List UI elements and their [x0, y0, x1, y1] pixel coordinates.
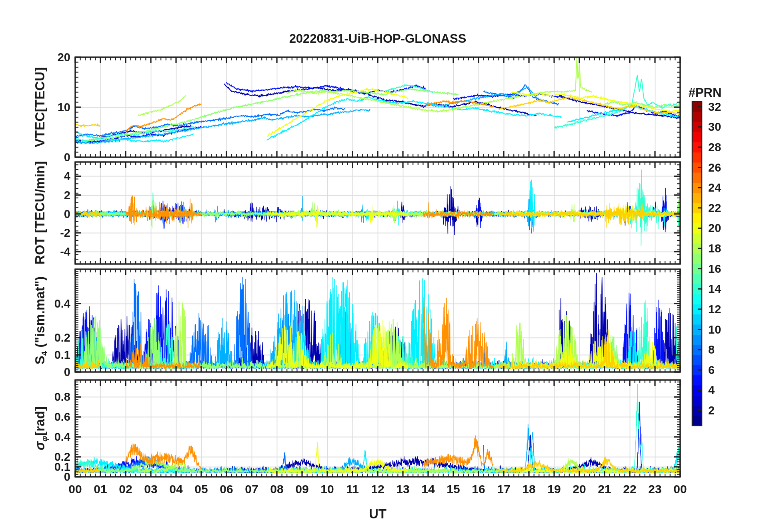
y-tick-label-sigma_phi: 0.6: [54, 410, 70, 424]
colorbar-tick-label: 16: [708, 262, 721, 275]
chart-title: 20220831-UiB-HOP-GLONASS: [289, 32, 467, 46]
y-axis-label-vtec: VTEC[TECU]: [32, 67, 49, 147]
y-axis-label-s4-sub: 4: [40, 351, 49, 356]
y-axis-label-rot-text: ROT [TECU/min]: [32, 161, 47, 264]
colorbar-tick-label: 28: [708, 140, 721, 154]
colorbar-tick-label: 4: [708, 384, 715, 397]
colorbar-tick-label: 6: [708, 363, 715, 376]
x-tick-label: 00: [673, 482, 687, 496]
colorbar-tick-label: 24: [708, 181, 721, 194]
y-tick-label-vtec: 10: [58, 101, 70, 114]
y-axis-label-sigma-text: σ: [32, 442, 47, 450]
y-axis-label-s4-text: S: [32, 356, 47, 364]
x-tick-label: 13: [396, 482, 409, 496]
x-tick-label: 01: [94, 482, 107, 496]
figure: 20220831-UiB-HOP-GLONASS VTEC[TECU] ROT …: [0, 0, 761, 532]
y-axis-label-s4: S4 ("ism.mat"): [32, 276, 49, 365]
y-axis-label-s4-post: ("ism.mat"): [32, 276, 47, 351]
x-tick-label: 06: [220, 482, 233, 496]
colorbar-tick-label: 32: [708, 100, 721, 113]
y-tick-label-sigma_phi: 0.8: [54, 390, 70, 404]
x-tick-label: 22: [623, 482, 636, 496]
y-axis-label-sigmaphi-post: [rad]: [32, 406, 47, 436]
x-tick-label: 04: [169, 482, 182, 496]
x-tick-label: 20: [573, 482, 586, 496]
x-tick-label: 03: [144, 482, 157, 496]
x-tick-label: 05: [194, 482, 208, 496]
x-tick-label: 18: [522, 482, 535, 496]
x-tick-label: 21: [598, 482, 611, 496]
x-tick-label: 11: [346, 482, 359, 496]
y-axis-label-phi-sub: φ: [40, 436, 49, 442]
x-tick-label: 16: [472, 482, 485, 496]
x-tick-label: 19: [547, 482, 561, 496]
y-axis-label-vtec-text: VTEC[TECU]: [32, 67, 47, 147]
y-tick-label-rot: -2: [60, 226, 70, 240]
colorbar-tick-label: 22: [708, 201, 721, 214]
colorbar-tick-label: 12: [708, 302, 721, 316]
y-tick-label-rot: -4: [60, 245, 70, 258]
y-tick-label-rot: 2: [64, 188, 70, 202]
colorbar-tick-label: 30: [708, 120, 721, 134]
colorbar-tick-label: 14: [708, 282, 721, 296]
x-tick-label: 15: [447, 482, 460, 496]
x-tick-label: 09: [295, 482, 308, 496]
x-tick-label: 08: [270, 482, 283, 496]
y-tick-label-s4: 0: [64, 366, 70, 379]
y-axis-label-sigmaphi: σφ[rad]: [32, 406, 49, 450]
x-tick-label: 14: [421, 482, 435, 496]
y-tick-label-s4: 0.1: [54, 348, 70, 362]
x-tick-label: 10: [320, 482, 334, 496]
chart-canvas: [0, 0, 761, 532]
y-tick-label-sigma_phi: 0.4: [54, 430, 70, 444]
y-tick-label-s4: 0.4: [54, 297, 70, 310]
colorbar-tick-label: 8: [708, 343, 715, 356]
colorbar-tick-label: 26: [708, 161, 721, 174]
x-tick-label: 23: [648, 482, 661, 496]
x-axis-label: UT: [369, 506, 387, 522]
y-tick-label-rot: 0: [64, 207, 70, 220]
y-tick-label-s4: 0.2: [54, 331, 70, 344]
x-tick-label: 02: [119, 482, 132, 496]
y-axis-label-rot: ROT [TECU/min]: [32, 161, 49, 264]
y-tick-label-vtec: 20: [58, 51, 70, 64]
colorbar-title: #PRN: [689, 86, 722, 100]
colorbar-tick-label: 18: [708, 242, 721, 255]
x-tick-label: 17: [497, 482, 510, 496]
colorbar-tick-label: 20: [708, 222, 721, 235]
y-tick-label-vtec: 0: [64, 151, 70, 164]
x-tick-label: 07: [245, 482, 258, 496]
x-tick-label: 00: [68, 482, 82, 496]
colorbar-tick-label: 2: [708, 404, 715, 417]
colorbar-tick-label: 10: [708, 323, 721, 336]
y-tick-label-sigma_phi: 0: [64, 470, 70, 484]
y-tick-label-rot: 4: [64, 170, 70, 183]
x-tick-label: 12: [371, 482, 384, 496]
